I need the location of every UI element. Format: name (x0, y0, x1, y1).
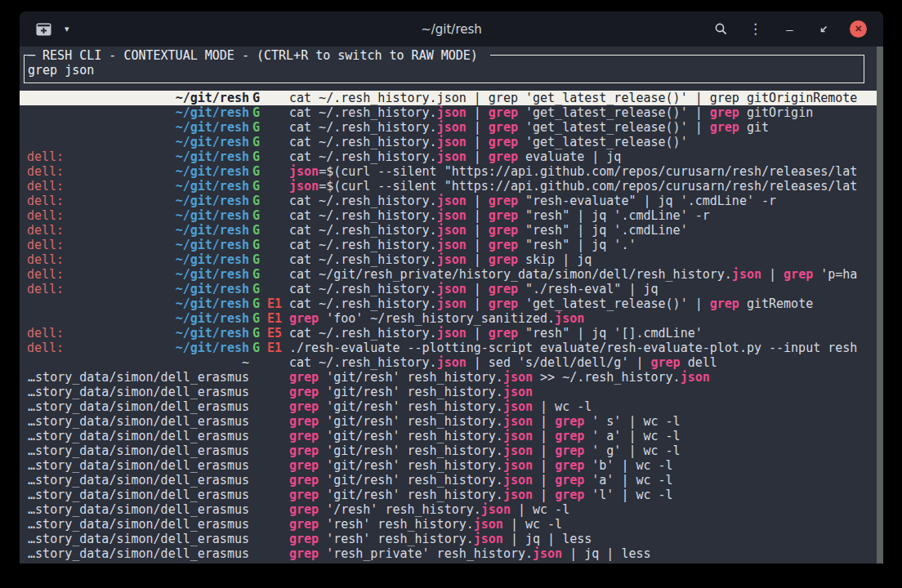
flags-cell: G (249, 267, 289, 282)
host-label: dell: (27, 208, 64, 223)
history-row[interactable]: …story_data/simon/dell_erasmusgrep 'resh… (20, 532, 883, 546)
command-text: cat ~/.resh_history.json | grep evaluate… (289, 149, 872, 164)
history-row[interactable]: dell:~/git/reshGcat ~/.resh_history.json… (20, 282, 883, 296)
new-tab-icon (36, 23, 51, 36)
history-row[interactable]: …story_data/simon/dell_erasmusgrep 'git/… (20, 429, 883, 443)
close-button[interactable]: ✕ (845, 17, 872, 42)
command-text: grep 'git/resh' resh_history.json | grep… (289, 458, 872, 473)
host-dir-cell: ~/git/resh (27, 91, 249, 105)
command-text: grep 'resh' resh_history.json | wc -l (289, 517, 872, 532)
directory-label: …story_data/simon/dell_erasmus (28, 488, 249, 502)
flag-G: G (252, 282, 260, 296)
history-row[interactable]: …story_data/simon/dell_erasmusgrep 'resh… (20, 517, 883, 532)
flag-G: G (252, 208, 260, 223)
directory-label: ~/git/resh (176, 238, 249, 252)
host-dir-cell: dell:~/git/resh (27, 252, 249, 267)
flags-cell: GE1 (249, 296, 289, 311)
new-tab-button[interactable] (36, 23, 51, 36)
flags-cell: G (249, 252, 289, 267)
history-row[interactable]: …story_data/simon/dell_erasmusgrep 'resh… (20, 546, 883, 561)
minimize-button[interactable]: – (776, 17, 803, 42)
command-text: grep 'resh_private' resh_history.json | … (289, 546, 872, 561)
history-row[interactable]: dell:~/git/reshGcat ~/.resh_history.json… (20, 252, 883, 267)
command-text: grep 'git/resh' resh_history.json | grep… (289, 488, 872, 502)
history-row[interactable]: dell:~/git/reshGcat ~/.resh_history.json… (20, 208, 883, 223)
flag-E1: E1 (267, 311, 282, 326)
flags-cell (249, 385, 289, 399)
history-row[interactable]: dell:~/git/reshGcat ~/.resh_history.json… (20, 238, 883, 252)
command-text: cat ~/.resh_history.json | grep "./resh-… (289, 282, 872, 296)
flag-G: G (252, 267, 260, 282)
history-row[interactable]: dell:~/git/reshGcat ~/git/resh_private/h… (20, 267, 883, 282)
directory-label: ~/git/resh (176, 296, 249, 311)
flag-G: G (252, 341, 260, 355)
history-row[interactable]: dell:~/git/reshGcat ~/.resh_history.json… (20, 194, 883, 208)
history-row[interactable]: dell:~/git/reshGcat ~/.resh_history.json… (20, 223, 883, 238)
history-row[interactable]: dell:~/git/reshGjson=$(curl --silent "ht… (20, 164, 883, 179)
history-row[interactable]: …story_data/simon/dell_erasmusgrep 'git/… (20, 399, 883, 414)
history-list: ~/git/reshGcat ~/.resh_history.json | gr… (20, 91, 883, 561)
flags-cell (249, 443, 289, 458)
history-row[interactable]: ~/git/reshGcat ~/.resh_history.json | gr… (20, 120, 883, 135)
history-row[interactable]: …story_data/simon/dell_erasmusgrep 'git/… (20, 414, 883, 429)
host-dir-cell: dell:~/git/resh (27, 223, 249, 238)
search-button[interactable] (708, 17, 735, 42)
host-label: dell: (27, 179, 64, 194)
host-label: dell: (27, 164, 64, 179)
host-label: dell: (27, 194, 64, 208)
history-row[interactable]: …story_data/simon/dell_erasmusgrep 'git/… (20, 385, 883, 399)
restore-button[interactable] (810, 17, 837, 42)
host-dir-cell: …story_data/simon/dell_erasmus (27, 473, 249, 488)
host-label: dell: (27, 267, 64, 282)
flags-cell: GE1 (249, 341, 289, 355)
directory-label: …story_data/simon/dell_erasmus (28, 517, 249, 532)
tab-list-caret-button[interactable]: ▾ (65, 24, 69, 33)
host-dir-cell: dell:~/git/resh (27, 238, 249, 252)
scrollbar[interactable] (877, 47, 883, 564)
history-row[interactable]: ~/git/reshGE1cat ~/.resh_history.json | … (20, 296, 883, 311)
history-row[interactable]: ~/git/reshGE1grep 'foo' ~/resh_history_s… (20, 311, 883, 326)
host-dir-cell: ~/git/resh (27, 105, 249, 120)
flag-E5: E5 (267, 326, 282, 341)
history-row[interactable]: ~cat ~/.resh_history.json | sed 's/dell/… (20, 355, 883, 370)
host-dir-cell: …story_data/simon/dell_erasmus (27, 502, 249, 517)
command-text: json=$(curl --silent "https://api.github… (289, 179, 872, 194)
titlebar[interactable]: ▾ ~/git/resh ⋮ – (20, 11, 883, 47)
flags-cell: GE5 (249, 326, 289, 341)
command-text: cat ~/.resh_history.json | sed 's/dell/d… (289, 355, 872, 370)
titlebar-right-controls: ⋮ – ✕ (708, 17, 872, 42)
directory-label: …story_data/simon/dell_erasmus (28, 546, 249, 561)
history-row[interactable]: …story_data/simon/dell_erasmusgrep 'git/… (20, 488, 883, 502)
directory-label: ~/git/resh (176, 208, 249, 223)
directory-label: ~/git/resh (176, 223, 249, 238)
history-row[interactable]: ~/git/reshGcat ~/.resh_history.json | gr… (20, 105, 883, 120)
flags-cell: G (249, 164, 289, 179)
history-row[interactable]: …story_data/simon/dell_erasmusgrep 'git/… (20, 473, 883, 488)
flags-cell (249, 488, 289, 502)
history-row[interactable]: dell:~/git/reshGcat ~/.resh_history.json… (20, 149, 883, 164)
host-dir-cell: …story_data/simon/dell_erasmus (27, 385, 249, 399)
history-row[interactable]: dell:~/git/reshGjson=$(curl --silent "ht… (20, 179, 883, 194)
host-dir-cell: …story_data/simon/dell_erasmus (27, 443, 249, 458)
host-label: dell: (27, 282, 64, 296)
history-row[interactable]: ~/git/reshGcat ~/.resh_history.json | gr… (20, 135, 883, 149)
host-dir-cell: dell:~/git/resh (27, 179, 249, 194)
directory-label: ~/git/resh (176, 179, 249, 194)
history-row[interactable]: …story_data/simon/dell_erasmusgrep 'git/… (20, 443, 883, 458)
directory-label: ~/git/resh (176, 267, 249, 282)
flags-cell (249, 546, 289, 561)
history-row[interactable]: …story_data/simon/dell_erasmusgrep 'git/… (20, 458, 883, 473)
history-row[interactable]: ~/git/reshGcat ~/.resh_history.json | gr… (20, 91, 883, 105)
history-row[interactable]: …story_data/simon/dell_erasmusgrep 'git/… (20, 370, 883, 385)
flags-cell (249, 458, 289, 473)
history-row[interactable]: …story_data/simon/dell_erasmusgrep '/res… (20, 502, 883, 517)
command-text: grep 'git/resh' resh_history.json | grep… (289, 414, 872, 429)
command-text: cat ~/.resh_history.json | grep 'get_lat… (289, 105, 872, 120)
history-row[interactable]: dell:~/git/reshGE5cat ~/.resh_history.js… (20, 326, 883, 341)
history-row[interactable]: dell:~/git/reshGE1./resh-evaluate --plot… (20, 341, 883, 355)
directory-label: ~/git/resh (176, 252, 249, 267)
flags-cell (249, 399, 289, 414)
host-dir-cell: dell:~/git/resh (27, 341, 249, 355)
command-text: grep 'git/resh' resh_history.json | wc -… (289, 399, 872, 414)
menu-button[interactable]: ⋮ (742, 17, 769, 42)
